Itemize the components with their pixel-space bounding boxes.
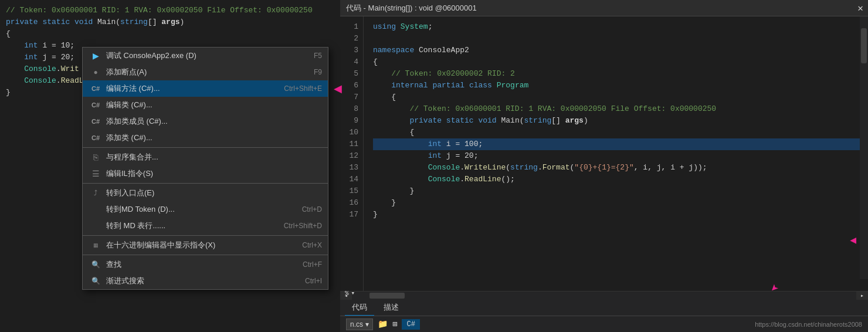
line-num-10: 10 bbox=[343, 127, 358, 138]
menu-item-breakpoint[interactable]: ● 添加断点(A) F9 bbox=[83, 64, 328, 80]
code-content[interactable]: using System; namespace ConsoleApp2 { //… bbox=[364, 16, 868, 291]
menu-label-breakpoint: 添加断点(A) bbox=[106, 67, 302, 77]
file-dropdown-icon[interactable]: ▾ bbox=[365, 320, 369, 328]
vertical-scrollbar[interactable] bbox=[860, 16, 868, 279]
folder-icon[interactable]: 📁 bbox=[378, 319, 388, 329]
menu-label-edit-class: 编辑类 (C#)... bbox=[106, 100, 310, 110]
menu-item-edit-method[interactable]: C# 编辑方法 (C#)... Ctrl+Shift+E ◀ bbox=[83, 80, 328, 97]
separator-2 bbox=[83, 183, 328, 184]
line-num-15: 15 bbox=[343, 185, 358, 197]
menu-shortcut-edit-method: Ctrl+Shift+E bbox=[284, 84, 322, 93]
separator-4 bbox=[83, 255, 328, 255]
code-line-r-13: Console.WriteLine(string.Format("{0}+{1}… bbox=[373, 162, 868, 174]
scrollbar-thumb bbox=[861, 28, 867, 63]
line-num-2: 2 bbox=[343, 33, 358, 45]
menu-label-incremental-search: 渐进式搜索 bbox=[106, 276, 293, 286]
menu-item-add-member[interactable]: C# 添加类成员 (C#)... bbox=[83, 113, 328, 130]
line-num-17: 17 bbox=[343, 209, 358, 221]
menu-shortcut-search: Ctrl+F bbox=[303, 260, 322, 269]
menu-item-add-class[interactable]: C# 添加类 (C#)... bbox=[83, 130, 328, 146]
line-num-13: 13 bbox=[343, 162, 358, 174]
il-icon: ☰ bbox=[89, 169, 103, 178]
left-code-line-1: // Token: 0x06000001 RID: 1 RVA: 0x00002… bbox=[6, 5, 340, 16]
close-button[interactable]: ✕ bbox=[857, 2, 863, 14]
menu-item-edit-class[interactable]: C# 编辑类 (C#)... bbox=[83, 97, 328, 113]
line-num-3: 3 bbox=[343, 45, 358, 56]
title-bar-text: 代码 - Main(string[]) : void @06000001 bbox=[346, 3, 477, 13]
title-bar: 代码 - Main(string[]) : void @06000001 ✕ bbox=[340, 0, 868, 16]
menu-label-hex: 在十六进制编辑器中显示指令(X) bbox=[106, 240, 290, 250]
left-code-line-2: private static void Main(string[] args) bbox=[6, 16, 340, 28]
file-selector[interactable]: n.cs ▾ bbox=[346, 319, 373, 330]
merge-icon: ⎘ bbox=[89, 153, 103, 162]
menu-item-search[interactable]: 🔍 查找 Ctrl+F bbox=[83, 256, 328, 273]
code-line-r-1: using System; bbox=[373, 21, 868, 33]
left-code-line-3: { bbox=[6, 28, 340, 40]
line-num-14: 14 bbox=[343, 174, 358, 185]
code-line-r-11: int i = 100; bbox=[373, 138, 868, 150]
code-line-r-15: } bbox=[373, 185, 868, 197]
play-icon: ▶ bbox=[89, 51, 103, 60]
line-num-12: 12 bbox=[343, 150, 358, 162]
zoom-chevron-icon: ▾ bbox=[351, 289, 355, 297]
menu-item-incremental-search[interactable]: 🔍 渐进式搜索 Ctrl+I bbox=[83, 273, 328, 289]
line-num-5: 5 bbox=[343, 68, 358, 80]
menu-label-goto-token: 转到MD Token (D)... bbox=[106, 204, 290, 215]
context-menu: ▶ 调试 ConsoleApp2.exe (D) F5 ● 添加断点(A) F9… bbox=[82, 47, 328, 290]
menu-label-search: 查找 bbox=[106, 259, 291, 270]
menu-shortcut-goto-md: Ctrl+Shift+D bbox=[284, 222, 322, 230]
menu-shortcut-incremental-search: Ctrl+I bbox=[305, 277, 322, 285]
line-numbers: 1 2 3 4 5 6 7 8 9 10 11 12 13 14 15 16 1… bbox=[340, 16, 364, 291]
menu-label-add-member: 添加类成员 (C#)... bbox=[106, 116, 310, 127]
line-num-9: 9 bbox=[343, 115, 358, 127]
menu-item-hex[interactable]: ▦ 在十六进制编辑器中显示指令(X) Ctrl+X bbox=[83, 237, 328, 253]
menu-item-merge[interactable]: ⎘ 与程序集合并... bbox=[83, 149, 328, 165]
scroll-right-button[interactable]: ▸ bbox=[856, 292, 868, 300]
hex-icon: ▦ bbox=[89, 242, 103, 248]
code-line-r-7: { bbox=[373, 92, 868, 103]
menu-shortcut-goto-token: Ctrl+D bbox=[302, 205, 322, 214]
pink-arrow-icon: ◀ bbox=[334, 82, 342, 95]
code-line-r-6: internal partial class Program bbox=[373, 80, 868, 92]
tab-describe[interactable]: 描述 bbox=[377, 300, 406, 316]
menu-item-goto-md[interactable]: 转到 MD 表行...... Ctrl+Shift+D bbox=[83, 218, 328, 234]
code-line-r-8: // Token: 0x06000001 RID: 1 RVA: 0x00002… bbox=[373, 103, 868, 115]
search-icon-1: 🔍 bbox=[89, 260, 103, 269]
line-num-1: 1 bbox=[343, 21, 358, 33]
menu-label-goto-md: 转到 MD 表行...... bbox=[106, 221, 272, 231]
code-line-r-3: namespace ConsoleApp2 bbox=[373, 45, 868, 56]
code-line-r-10: { bbox=[373, 127, 868, 138]
line-num-8: 8 bbox=[343, 103, 358, 115]
cs-icon-edit-method: C# bbox=[89, 85, 103, 92]
tab-code[interactable]: 代码 bbox=[345, 300, 374, 316]
menu-label-merge: 与程序集合并... bbox=[106, 152, 322, 162]
menu-shortcut-breakpoint: F9 bbox=[314, 68, 322, 76]
code-line-r-4: { bbox=[373, 56, 868, 68]
menu-item-debug[interactable]: ▶ 调试 ConsoleApp2.exe (D) F5 bbox=[83, 48, 328, 64]
scroll-track[interactable] bbox=[352, 292, 856, 300]
language-badge: C# bbox=[402, 319, 419, 330]
zoom-indicator: % ▾ bbox=[345, 289, 355, 297]
scroll-thumb-horizontal bbox=[369, 293, 405, 299]
code-line-r-14: Console.ReadLine(); bbox=[373, 174, 868, 185]
menu-shortcut-hex: Ctrl+X bbox=[302, 241, 322, 249]
menu-label-debug: 调试 ConsoleApp2.exe (D) bbox=[106, 50, 302, 61]
code-line-r-12: int j = 20; bbox=[373, 150, 868, 162]
menu-item-goto-entry[interactable]: ⤴ 转到入口点(E) bbox=[83, 185, 328, 201]
status-left: n.cs ▾ 📁 ⊞ C# bbox=[346, 319, 420, 330]
zoom-label: % bbox=[345, 290, 349, 297]
separator-3 bbox=[83, 235, 328, 236]
line-num-7: 7 bbox=[343, 92, 358, 103]
menu-item-edit-il[interactable]: ☰ 编辑IL指令(S) bbox=[83, 165, 328, 182]
separator-1 bbox=[83, 147, 328, 148]
minimap-arrow-icon: ◀ bbox=[850, 233, 856, 246]
code-line-r-17: } bbox=[373, 209, 868, 221]
horizontal-scrollbar[interactable]: ◂ ▸ % ▾ bbox=[340, 291, 868, 299]
circle-icon: ● bbox=[89, 68, 103, 76]
menu-label-edit-method: 编辑方法 (C#)... bbox=[106, 83, 272, 94]
menu-item-goto-token[interactable]: 转到MD Token (D)... Ctrl+D bbox=[83, 201, 328, 218]
grid-icon[interactable]: ⊞ bbox=[392, 319, 397, 329]
code-line-r-9: private static void Main(string[] args) bbox=[373, 115, 868, 127]
line-num-4: 4 bbox=[343, 56, 358, 68]
code-line-r-16: } bbox=[373, 197, 868, 209]
